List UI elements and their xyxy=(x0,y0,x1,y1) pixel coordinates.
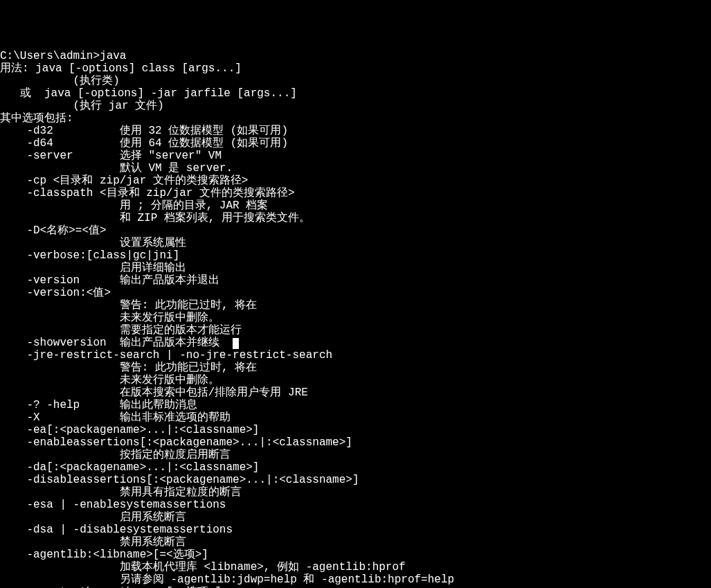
output-line: -version:<值> xyxy=(0,287,711,299)
prompt-path: C:\Users\admin> xyxy=(0,50,100,62)
output-line: 另请参阅 -agentlib:jdwp=help 和 -agentlib:hpr… xyxy=(0,573,711,586)
output-line: (执行 jar 文件) xyxy=(0,100,711,112)
output-line: 用法: java [-options] class [args...] xyxy=(0,62,711,75)
output-line: 或 java [-options] -jar jarfile [args...] xyxy=(0,87,711,100)
output-line: (执行类) xyxy=(0,75,711,87)
output-line: -jre-restrict-search | -no-jre-restrict-… xyxy=(0,349,711,362)
output-line: 未来发行版中删除。 xyxy=(0,374,711,386)
output-line: -classpath <目录和 zip/jar 文件的类搜索路径> xyxy=(0,187,711,199)
output-line: -cp <目录和 zip/jar 文件的类搜索路径> xyxy=(0,175,711,187)
output-line: -d64 使用 64 位数据模型 (如果可用) xyxy=(0,137,711,150)
output-line: -dsa | -disablesystemassertions xyxy=(0,524,711,536)
output-line: -X 输出非标准选项的帮助 xyxy=(0,411,711,424)
output-line: -enableassertions[:<packagename>...|:<cl… xyxy=(0,436,711,449)
command-prompt-line: C:\Users\admin>java xyxy=(0,50,711,62)
output-line: -ea[:<packagename>...|:<classname>] xyxy=(0,424,711,436)
output-line: -esa | -enablesystemassertions xyxy=(0,499,711,511)
output-line: -d32 使用 32 位数据模型 (如果可用) xyxy=(0,125,711,137)
output-line: 其中选项包括: xyxy=(0,112,711,125)
output-line: 禁用具有指定粒度的断言 xyxy=(0,486,711,499)
output-line: -version 输出产品版本并退出 xyxy=(0,274,711,287)
output-line: 启用系统断言 xyxy=(0,511,711,524)
output-line: 设置系统属性 xyxy=(0,237,711,249)
output-line: 未来发行版中删除。 xyxy=(0,312,711,324)
output-line: 禁用系统断言 xyxy=(0,536,711,549)
output-line: -D<名称>=<值> xyxy=(0,224,711,237)
output-line: 默认 VM 是 server. xyxy=(0,162,711,175)
output-line: 和 ZIP 档案列表, 用于搜索类文件。 xyxy=(0,212,711,224)
output-line: -server 选择 "server" VM xyxy=(0,150,711,162)
output-line: 按指定的粒度启用断言 xyxy=(0,449,711,461)
output-line: -verbose:[class|gc|jni] xyxy=(0,249,711,262)
output-line: -? -help 输出此帮助消息 xyxy=(0,399,711,411)
output-line: 需要指定的版本才能运行 xyxy=(0,324,711,337)
output-line: 警告: 此功能已过时, 将在 xyxy=(0,299,711,312)
output-line: 警告: 此功能已过时, 将在 xyxy=(0,362,711,374)
output-line: -da[:<packagename>...|:<classname>] xyxy=(0,461,711,474)
output-line: -showversion 输出产品版本并继续 xyxy=(0,337,711,349)
output-line: 加载本机代理库 <libname>, 例如 -agentlib:hprof xyxy=(0,561,711,573)
terminal-output[interactable]: C:\Users\admin>java用法: java [-options] c… xyxy=(0,50,711,588)
output-line: 启用详细输出 xyxy=(0,262,711,274)
output-line: 在版本搜索中包括/排除用户专用 JRE xyxy=(0,386,711,399)
output-line: -agentlib:<libname>[=<选项>] xyxy=(0,549,711,561)
output-lines-container: 用法: java [-options] class [args...] (执行类… xyxy=(0,62,711,588)
output-line: 用 ; 分隔的目录, JAR 档案 xyxy=(0,199,711,212)
output-line: -disableassertions[:<packagename>...|:<c… xyxy=(0,474,711,486)
command-text: java xyxy=(100,50,126,62)
cursor-block xyxy=(233,338,239,349)
